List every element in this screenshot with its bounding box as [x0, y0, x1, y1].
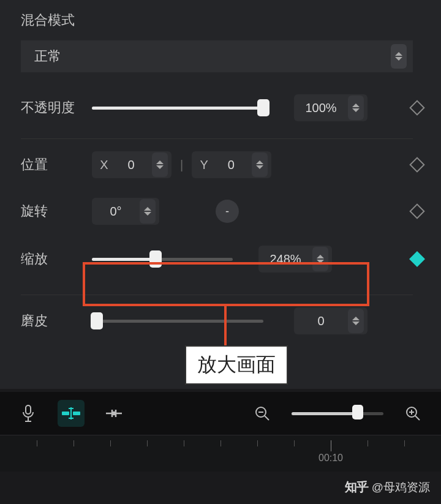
smooth-input[interactable]: 0: [294, 307, 368, 334]
position-x-input[interactable]: X 0: [92, 151, 172, 178]
split-clip-icon[interactable]: [58, 400, 85, 427]
rotation-label: 旋转: [21, 202, 82, 220]
chevron-up-icon: [317, 255, 324, 258]
chevron-down-icon: [256, 165, 263, 169]
position-y-input[interactable]: Y 0: [192, 151, 271, 178]
watermark-author: @母鸡资源: [372, 480, 430, 495]
svg-line-10: [265, 416, 269, 420]
zoom-in-icon[interactable]: [399, 400, 426, 427]
chevron-up-icon: [352, 317, 360, 320]
chevron-down-icon: [156, 165, 164, 169]
blend-mode-label: 混合模式: [21, 11, 435, 29]
zoom-out-icon[interactable]: [249, 400, 276, 427]
opacity-input[interactable]: 100%: [294, 94, 368, 121]
chevron-down-icon: [352, 108, 360, 112]
opacity-keyframe[interactable]: [409, 100, 424, 115]
zhihu-logo: 知乎: [345, 479, 368, 495]
smooth-slider[interactable]: [92, 312, 263, 330]
position-x-stepper[interactable]: [152, 152, 168, 177]
position-y-stepper[interactable]: [252, 152, 268, 177]
rotation-input[interactable]: 0°: [92, 198, 159, 225]
blend-mode-value: 正常: [34, 47, 61, 66]
chevron-up-icon: [352, 103, 360, 107]
rotation-keyframe[interactable]: [409, 203, 424, 219]
position-label: 位置: [21, 156, 82, 174]
svg-rect-0: [26, 405, 31, 414]
scale-stepper[interactable]: [312, 247, 328, 271]
chevron-up-icon: [256, 160, 263, 164]
rotation-stepper[interactable]: [140, 199, 156, 224]
rotation-extra-badge[interactable]: -: [216, 200, 239, 223]
svg-point-8: [113, 412, 115, 415]
xy-separator: |: [178, 158, 186, 172]
timeline-tick-label: 00:10: [318, 453, 343, 464]
blend-mode-dropdown[interactable]: 正常: [21, 40, 413, 72]
chevron-up-icon: [144, 207, 151, 211]
svg-line-13: [415, 416, 420, 420]
svg-rect-3: [62, 412, 69, 415]
opacity-label: 不透明度: [21, 99, 82, 117]
smooth-label: 磨皮: [21, 312, 82, 330]
smooth-stepper[interactable]: [348, 309, 364, 333]
chevron-up-icon: [156, 160, 164, 164]
scale-slider[interactable]: [92, 250, 233, 268]
chevron-down-icon: [395, 57, 402, 61]
microphone-icon[interactable]: [15, 400, 42, 427]
align-center-icon[interactable]: [100, 400, 127, 427]
timeline-ruler[interactable]: 00:10: [0, 435, 441, 472]
chevron-down-icon: [317, 260, 324, 263]
bottom-toolbar: [0, 392, 441, 435]
zoom-slider[interactable]: [292, 404, 383, 423]
watermark: 知乎 @母鸡资源: [345, 479, 430, 495]
chevron-down-icon: [352, 322, 360, 325]
chevron-up-icon: [395, 52, 402, 56]
chevron-down-icon: [144, 212, 151, 216]
position-keyframe[interactable]: [409, 157, 424, 172]
scale-keyframe[interactable]: [409, 251, 424, 266]
blend-mode-stepper[interactable]: [391, 44, 407, 69]
svg-rect-4: [73, 412, 80, 415]
opacity-stepper[interactable]: [348, 96, 364, 120]
opacity-slider[interactable]: [92, 99, 263, 117]
scale-label: 缩放: [21, 250, 82, 268]
scale-input[interactable]: 248%: [258, 246, 332, 273]
